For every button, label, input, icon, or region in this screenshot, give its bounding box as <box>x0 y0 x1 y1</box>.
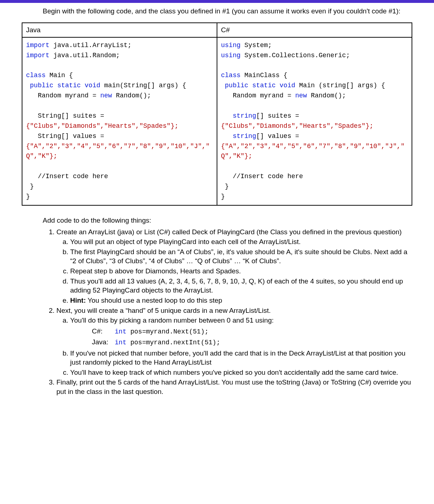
java-code: import java.util.ArrayList; import java.… <box>26 41 213 202</box>
csharp-header: C# <box>217 23 412 37</box>
instructions-lead: Add code to do the following things: <box>43 216 412 225</box>
code-comparison-table: Java C# import java.util.ArrayList; impo… <box>22 22 412 206</box>
java-code-cell: import java.util.ArrayList; import java.… <box>22 37 217 205</box>
instr-1d: Thus you'll add all 13 values (A, 2, 3, … <box>70 277 412 295</box>
instr-1e: Hint: You should use a nested loop to do… <box>70 296 412 305</box>
intro-text: Begin with the following code, and the c… <box>43 7 412 16</box>
instr-2b: If you've not picked that number before,… <box>70 349 412 367</box>
instruction-item-1: Create an ArrayList (java) or List (C#) … <box>56 227 412 305</box>
java-label: Java: <box>92 337 113 347</box>
instruction-item-2: Next, you will create a “hand” of 5 uniq… <box>56 306 412 377</box>
java-header: Java <box>22 23 217 37</box>
instr-1a: You will put an object of type PlayingCa… <box>70 237 412 247</box>
csharp-code: using System; using System.Collections.G… <box>221 41 408 202</box>
csharp-label: C#: <box>92 327 113 336</box>
instr-1c: Repeat step b above for Diamonds, Hearts… <box>70 266 412 276</box>
page-container: Begin with the following code, and the c… <box>11 3 423 410</box>
instructions-block: Add code to do the following things: Cre… <box>43 216 412 396</box>
instr-1b: The first PlayingCard should be an “A of… <box>70 247 412 266</box>
instr-2c: You'll have to keep track of which numbe… <box>70 368 412 377</box>
instruction-item-3: Finally, print out the 5 cards of the ha… <box>56 378 412 396</box>
csharp-code-cell: using System; using System.Collections.G… <box>217 37 412 205</box>
top-accent-bar <box>0 0 434 3</box>
instr-2a: You'll do this by picking a random numbe… <box>70 316 412 347</box>
instruction-list: Create an ArrayList (java) or List (C#) … <box>43 227 412 396</box>
